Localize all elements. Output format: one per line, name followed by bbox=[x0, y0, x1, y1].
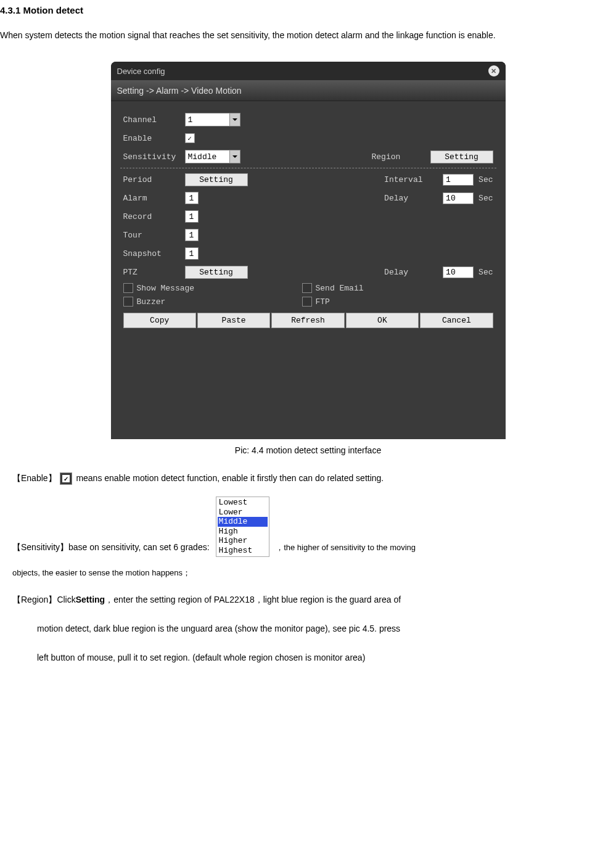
region-setting-button[interactable]: Setting bbox=[430, 150, 493, 163]
dialog-screenshot: Device config ✕ Setting -> Alarm -> Vide… bbox=[111, 62, 506, 439]
enable-checkbox[interactable]: ✓ bbox=[185, 133, 195, 143]
channel-dropdown[interactable]: 1 bbox=[185, 113, 240, 126]
ok-button[interactable]: OK bbox=[346, 313, 419, 328]
record-label: Record bbox=[123, 212, 185, 221]
show-message-checkbox[interactable] bbox=[123, 283, 133, 293]
channel-label: Channel bbox=[123, 115, 185, 125]
copy-button[interactable]: Copy bbox=[123, 313, 196, 328]
section-heading: 4.3.1 Motion detect bbox=[0, 5, 616, 15]
show-message-label: Show Message bbox=[137, 284, 195, 293]
sensitivity-options-icon: Lowest Lower Middle High Higher Highest bbox=[216, 497, 270, 557]
refresh-button[interactable]: Refresh bbox=[271, 313, 344, 328]
tour-label: Tour bbox=[123, 231, 185, 240]
region-description-line2: motion detect, dark blue region is the u… bbox=[37, 618, 604, 640]
buzzer-checkbox[interactable] bbox=[123, 297, 133, 307]
close-icon[interactable]: ✕ bbox=[488, 65, 499, 76]
enable-description: 【Enable】 ✓ means enable motion detect fu… bbox=[12, 468, 604, 489]
interval-unit: Sec bbox=[478, 175, 493, 184]
ptz-label: PTZ bbox=[123, 268, 185, 277]
interval-label: Interval bbox=[384, 175, 443, 184]
region-description: 【Region】ClickSetting，enter the setting r… bbox=[12, 589, 604, 611]
record-toggle[interactable]: 1 bbox=[185, 210, 199, 223]
region-label: Region bbox=[372, 152, 430, 162]
checkbox-checked-icon: ✓ bbox=[60, 472, 72, 485]
send-email-label: Send Email bbox=[316, 284, 364, 293]
buzzer-label: Buzzer bbox=[137, 297, 166, 307]
paste-button[interactable]: Paste bbox=[197, 313, 270, 328]
interval-input[interactable]: 1 bbox=[443, 174, 474, 186]
chevron-down-icon bbox=[229, 113, 240, 126]
snapshot-label: Snapshot bbox=[123, 249, 185, 258]
ftp-label: FTP bbox=[316, 297, 330, 307]
alarm-toggle[interactable]: 1 bbox=[185, 192, 199, 204]
chevron-down-icon bbox=[229, 150, 240, 163]
period-setting-button[interactable]: Setting bbox=[185, 173, 248, 186]
ftp-checkbox[interactable] bbox=[302, 297, 312, 307]
sensitivity-label: Sensitivity bbox=[123, 152, 185, 162]
breadcrumb: Setting -> Alarm -> Video Motion bbox=[111, 80, 506, 101]
ptz-setting-button[interactable]: Setting bbox=[185, 266, 248, 279]
separator bbox=[120, 168, 496, 168]
snapshot-toggle[interactable]: 1 bbox=[185, 247, 199, 260]
sensitivity-description: 【Sensitivity】 base on sensitivity, can s… bbox=[12, 497, 604, 557]
dialog-title: Device config bbox=[117, 67, 165, 76]
delay2-label: Delay bbox=[384, 268, 443, 277]
sensitivity-description-cont: objects, the easier to sense the motion … bbox=[12, 564, 604, 582]
figure-caption: Pic: 4.4 motion detect setting interface bbox=[0, 445, 616, 455]
cancel-button[interactable]: Cancel bbox=[420, 313, 493, 328]
delay2-input[interactable]: 10 bbox=[443, 266, 474, 278]
sensitivity-dropdown[interactable]: Middle bbox=[185, 150, 240, 163]
delay-label: Delay bbox=[384, 194, 443, 203]
delay2-unit: Sec bbox=[478, 268, 493, 277]
delay-unit: Sec bbox=[478, 194, 493, 203]
region-description-line3: left button of mouse, pull it to set reg… bbox=[37, 647, 604, 669]
intro-paragraph: When system detects the motion signal th… bbox=[0, 25, 616, 46]
alarm-label: Alarm bbox=[123, 194, 185, 203]
period-label: Period bbox=[123, 175, 185, 184]
tour-toggle[interactable]: 1 bbox=[185, 229, 199, 241]
delay-input[interactable]: 10 bbox=[443, 192, 474, 204]
titlebar: Device config ✕ bbox=[111, 62, 506, 80]
enable-label: Enable bbox=[123, 134, 185, 143]
send-email-checkbox[interactable] bbox=[302, 283, 312, 293]
